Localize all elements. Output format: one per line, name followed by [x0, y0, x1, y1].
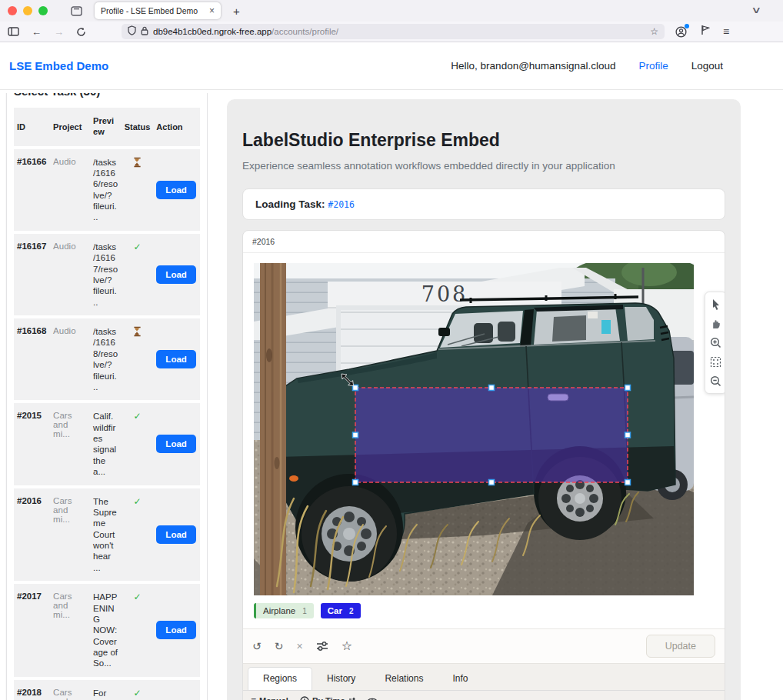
- task-id: #2018: [14, 680, 50, 700]
- tracking-shield-icon[interactable]: [128, 25, 136, 38]
- group-by-button[interactable]: ≡ Manual: [251, 695, 288, 700]
- region-handle[interactable]: [353, 480, 358, 485]
- new-tab-button[interactable]: +: [233, 5, 240, 18]
- sidebar-toggle-icon[interactable]: [8, 27, 19, 36]
- reset-icon[interactable]: ×: [296, 641, 302, 652]
- settings-sliders-icon[interactable]: [316, 641, 328, 652]
- status-icon: ✓: [134, 411, 142, 422]
- firefox-view-icon[interactable]: [71, 6, 82, 16]
- annotation-canvas[interactable]: 708: [254, 263, 694, 595]
- zoom-out-icon[interactable]: [705, 372, 725, 391]
- browser-nav-bar: ← → db9e4b1cb0ed.ngrok-free.app/accounts…: [0, 22, 783, 42]
- task-preview: /tasks/16166/resolve/?fileuri...: [90, 149, 122, 231]
- label-name: Airplane: [263, 606, 295, 615]
- eye-icon: [367, 697, 378, 700]
- task-project: Cars and mi...: [50, 403, 90, 485]
- pan-tool-icon[interactable]: [705, 314, 725, 333]
- regions-toolbar: ≡ Manual By Time: [243, 690, 725, 700]
- select-tool-icon[interactable]: [705, 295, 725, 314]
- tab-title: Profile - LSE Embed Demo: [101, 6, 205, 15]
- task-id: #16167: [14, 234, 50, 315]
- annotation-card: #2016: [242, 230, 725, 700]
- logout-link[interactable]: Logout: [691, 60, 723, 72]
- table-header-row: ID Project Preview Status Action: [14, 108, 200, 146]
- url-bar[interactable]: db9e4b1cb0ed.ngrok-free.app/accounts/pro…: [122, 24, 665, 39]
- table-row: #16166 Audio /tasks/16166/resolve/?fileu…: [14, 149, 200, 231]
- region-handle[interactable]: [489, 480, 495, 485]
- task-preview: Calif. wildfires signal the a...: [90, 403, 122, 485]
- task-id: #2016: [14, 488, 50, 582]
- fit-to-screen-icon[interactable]: [705, 352, 725, 372]
- region-handle[interactable]: [625, 432, 631, 438]
- zoom-window-button[interactable]: [38, 6, 48, 15]
- tab-regions[interactable]: Regions: [248, 667, 312, 690]
- task-id: #16168: [14, 318, 50, 400]
- label-chip-airplane[interactable]: Airplane1: [254, 603, 314, 618]
- region-handle[interactable]: [625, 385, 631, 391]
- tab-overflow-chevron-icon[interactable]: ∨: [751, 5, 762, 15]
- task-preview: The Supreme Court won't hear ...: [90, 488, 122, 582]
- label-hotkey: 1: [302, 607, 307, 615]
- task-list-section: Select Task (30) ID Project Preview Stat…: [0, 93, 208, 700]
- column-header-preview: Preview: [90, 108, 122, 146]
- profile-link[interactable]: Profile: [638, 60, 668, 72]
- task-preview: /tasks/16168/resolve/?fileuri...: [90, 318, 122, 400]
- loading-task-box: Loading Task: #2016: [242, 188, 725, 220]
- region-bounding-box[interactable]: [342, 374, 631, 485]
- bookmark-star-icon[interactable]: ☆: [650, 26, 658, 37]
- lock-icon[interactable]: [141, 25, 148, 38]
- tab-relations[interactable]: Relations: [370, 668, 438, 690]
- house-number: 708: [421, 282, 468, 306]
- toggle-visibility-button[interactable]: [367, 697, 378, 700]
- update-button[interactable]: Update: [646, 635, 715, 658]
- load-button[interactable]: Load: [156, 525, 195, 544]
- label-chip-car[interactable]: Car2: [321, 603, 361, 618]
- task-project: Audio: [50, 149, 90, 231]
- sort-by-button[interactable]: By Time: [300, 696, 355, 700]
- task-project: Audio: [50, 234, 90, 315]
- tab-info[interactable]: Info: [438, 668, 482, 690]
- task-project: Audio: [50, 318, 90, 400]
- back-button[interactable]: ←: [32, 26, 42, 38]
- status-icon: [133, 329, 142, 338]
- site-header: LSE Embed Demo Hello, brandon@humansigna…: [0, 42, 783, 90]
- load-button[interactable]: Load: [156, 435, 195, 453]
- brand-link[interactable]: LSE Embed Demo: [9, 59, 108, 72]
- browser-tab[interactable]: Profile - LSE Embed Demo ×: [95, 2, 221, 19]
- load-button[interactable]: Load: [156, 265, 195, 284]
- favorite-star-icon[interactable]: ☆: [342, 640, 352, 652]
- url-text[interactable]: db9e4b1cb0ed.ngrok-free.app/accounts/pro…: [153, 27, 645, 36]
- close-window-button[interactable]: [8, 6, 17, 15]
- page-subtitle: Experience seamless annotation workflows…: [242, 160, 725, 172]
- table-row: #16167 Audio /tasks/16167/resolve/?fileu…: [14, 234, 200, 315]
- window-controls: [8, 6, 48, 15]
- extensions-icon[interactable]: [700, 25, 710, 38]
- account-icon[interactable]: [675, 26, 687, 38]
- task-list-title: Select Task (30): [14, 93, 200, 98]
- task-id: #2017: [14, 584, 50, 677]
- tab-close-icon[interactable]: ×: [209, 6, 215, 15]
- status-icon: ✓: [134, 592, 142, 602]
- task-table: ID Project Preview Status Action #16166 …: [14, 105, 200, 700]
- region-car[interactable]: [355, 388, 628, 482]
- task-id: #16166: [14, 149, 50, 231]
- url-path: /accounts/profile/: [272, 27, 338, 36]
- sort-order-icon: [348, 697, 355, 700]
- tab-history[interactable]: History: [312, 668, 370, 690]
- load-button[interactable]: Load: [156, 181, 195, 199]
- task-image[interactable]: 708: [254, 263, 694, 595]
- zoom-in-icon[interactable]: [705, 333, 725, 352]
- table-row: #2015 Cars and mi... Calif. wildfires si…: [14, 403, 200, 485]
- minimize-window-button[interactable]: [23, 6, 32, 15]
- reload-button[interactable]: [76, 27, 86, 37]
- undo-icon[interactable]: ↺: [252, 641, 262, 652]
- region-handle[interactable]: [625, 480, 631, 485]
- redo-icon[interactable]: ↻: [275, 641, 284, 652]
- column-header-id: ID: [14, 108, 50, 146]
- region-handle[interactable]: [489, 385, 495, 391]
- load-button[interactable]: Load: [156, 350, 195, 368]
- load-button[interactable]: Load: [156, 621, 195, 639]
- task-preview: /tasks/16167/resolve/?fileuri...: [90, 234, 122, 315]
- menu-hamburger-icon[interactable]: ≡: [723, 25, 729, 38]
- region-handle[interactable]: [353, 432, 358, 438]
